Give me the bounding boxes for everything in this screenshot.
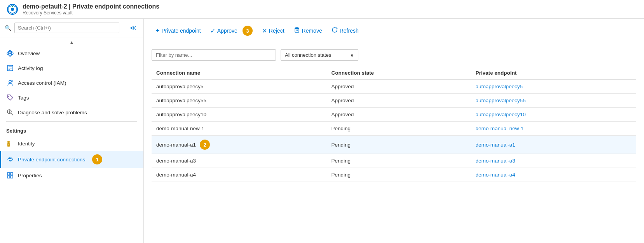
connection-name-cell: autoapprovalpeecy10 (152, 108, 326, 122)
connection-name-cell: autoapprovalpeecy55 (152, 94, 326, 108)
private-endpoint-cell[interactable]: demo-manual-a4 (471, 168, 636, 182)
col-connection-name: Connection name (152, 67, 326, 79)
sidebar-search-bar[interactable]: 🔍 ≪ (0, 19, 143, 37)
connections-table: Connection name Connection state Private… (152, 67, 636, 182)
connection-state-cell: Approved (326, 108, 471, 122)
sidebar-item-properties[interactable]: Properties (0, 168, 143, 183)
content-area: All connection states ∨ Connection name … (144, 43, 644, 243)
search-icon: 🔍 (5, 25, 11, 31)
connection-name-cell: autoapprovalpeecy5 (152, 79, 326, 94)
sidebar-nav: ▲ Overview Activity log (0, 37, 143, 243)
svg-rect-23 (10, 176, 13, 178)
connection-name-cell: demo-manual-new-1 (152, 122, 326, 136)
sidebar-item-identity[interactable]: Identity (0, 136, 143, 151)
x-icon: ✕ (262, 27, 267, 35)
sidebar-item-iam[interactable]: Access control (IAM) (0, 75, 143, 90)
main-content: + Private endpoint ✓ Approve 3 ✕ Reject (144, 19, 644, 243)
private-endpoint-cell[interactable]: demo-manual-a1 (471, 136, 636, 154)
svg-line-15 (11, 113, 13, 115)
sidebar-item-overview[interactable]: Overview (0, 46, 143, 61)
svg-rect-22 (7, 176, 10, 178)
sidebar-item-activity-log[interactable]: Activity log (0, 61, 143, 75)
header-text: demo-petault-2 | Private endpoint connec… (23, 3, 159, 16)
refresh-icon (332, 27, 338, 35)
private-endpoint-cell[interactable]: demo-manual-new-1 (471, 122, 636, 136)
table-row[interactable]: demo-manual-a4Pendingdemo-manual-a4 (152, 168, 636, 182)
table-header-row: Connection name Connection state Private… (152, 67, 636, 79)
svg-rect-24 (295, 28, 299, 32)
chevron-down-icon: ∨ (350, 52, 354, 58)
identity-icon (6, 140, 14, 147)
private-endpoint-link[interactable]: autoapprovalpeecy55 (475, 98, 525, 103)
connection-state-cell: Pending (326, 122, 471, 136)
table-row[interactable]: autoapprovalpeecy5Approvedautoapprovalpe… (152, 79, 636, 94)
svg-point-11 (9, 80, 11, 83)
top-bar: demo-petault-2 | Private endpoint connec… (0, 0, 644, 19)
filter-name-input[interactable] (152, 49, 276, 61)
sidebar-badge: 1 (92, 154, 102, 164)
sidebar-item-properties-label: Properties (18, 173, 42, 178)
private-endpoint-cell[interactable]: autoapprovalpeecy10 (471, 108, 636, 122)
vault-icon (6, 3, 19, 16)
connection-state-cell: Approved (326, 94, 471, 108)
scroll-up-button[interactable]: ▲ (70, 40, 74, 45)
private-endpoint-cell[interactable]: autoapprovalpeecy5 (471, 79, 636, 94)
connection-state-cell: Approved (326, 79, 471, 94)
filter-row: All connection states ∨ (152, 49, 636, 61)
reject-button[interactable]: ✕ Reject (258, 25, 288, 37)
collapse-sidebar-button[interactable]: ≪ (127, 23, 139, 32)
check-icon: ✓ (210, 27, 215, 35)
tags-icon (6, 94, 14, 101)
connection-state-cell: Pending (326, 136, 471, 154)
refresh-button[interactable]: Refresh (328, 24, 363, 37)
connection-state-cell: Pending (326, 168, 471, 182)
table-row[interactable]: autoapprovalpeecy10Approvedautoapprovalp… (152, 108, 636, 122)
plus-icon: + (155, 27, 160, 35)
sidebar-item-diagnose[interactable]: Diagnose and solve problems (0, 105, 143, 120)
overview-icon (6, 49, 14, 57)
approve-button[interactable]: ✓ Approve 3 (206, 23, 257, 38)
table-row[interactable]: demo-manual-a3Pendingdemo-manual-a3 (152, 154, 636, 168)
private-endpoint-link[interactable]: demo-manual-a3 (475, 158, 515, 164)
search-input[interactable] (14, 23, 119, 33)
col-private-endpoint: Private endpoint (471, 67, 636, 79)
connection-name-cell: demo-manual-a12 (152, 136, 326, 154)
sidebar-item-overview-label: Overview (18, 51, 40, 56)
svg-rect-21 (10, 173, 13, 175)
sidebar-item-tags[interactable]: Tags (0, 90, 143, 105)
private-endpoint-cell[interactable]: autoapprovalpeecy55 (471, 94, 636, 108)
state-dropdown[interactable]: All connection states ∨ (281, 49, 358, 61)
remove-button[interactable]: Remove (290, 24, 326, 37)
private-endpoint-link[interactable]: demo-manual-a4 (475, 172, 515, 178)
diagnose-icon (6, 108, 14, 116)
sidebar-item-tags-label: Tags (18, 95, 29, 101)
private-endpoint-link[interactable]: demo-manual-a1 (475, 142, 515, 148)
page-subtitle: Recovery Services vault (23, 10, 159, 16)
table-row[interactable]: autoapprovalpeecy55Approvedautoapprovalp… (152, 94, 636, 108)
sidebar-item-identity-label: Identity (18, 141, 35, 147)
remove-label: Remove (302, 28, 322, 34)
add-private-endpoint-label: Private endpoint (162, 28, 201, 34)
refresh-label: Refresh (340, 28, 359, 34)
iam-icon (6, 79, 14, 87)
activity-log-icon (6, 64, 14, 72)
table-row[interactable]: demo-manual-a12Pendingdemo-manual-a1 (152, 136, 636, 154)
toolbar: + Private endpoint ✓ Approve 3 ✕ Reject (144, 19, 644, 43)
table-row[interactable]: demo-manual-new-1Pendingdemo-manual-new-… (152, 122, 636, 136)
trash-icon (294, 27, 300, 35)
private-endpoint-link[interactable]: autoapprovalpeecy10 (475, 112, 525, 117)
connection-state-cell: Pending (326, 154, 471, 168)
svg-rect-20 (7, 173, 10, 175)
private-endpoint-link[interactable]: autoapprovalpeecy5 (475, 84, 523, 89)
approve-badge: 3 (243, 26, 253, 36)
add-private-endpoint-button[interactable]: + Private endpoint (152, 24, 205, 37)
sidebar-item-private-endpoint[interactable]: Private endpoint connections 1 (0, 151, 143, 168)
sidebar-item-iam-label: Access control (IAM) (18, 80, 66, 86)
private-endpoint-cell[interactable]: demo-manual-a3 (471, 154, 636, 168)
private-endpoint-link[interactable]: demo-manual-new-1 (475, 126, 524, 131)
connection-name-cell: demo-manual-a3 (152, 154, 326, 168)
svg-point-18 (7, 141, 10, 143)
settings-section-label: Settings (0, 123, 143, 136)
sidebar: 🔍 ≪ ▲ Overview Activity log (0, 19, 144, 243)
page-title: demo-petault-2 | Private endpoint connec… (23, 3, 159, 10)
